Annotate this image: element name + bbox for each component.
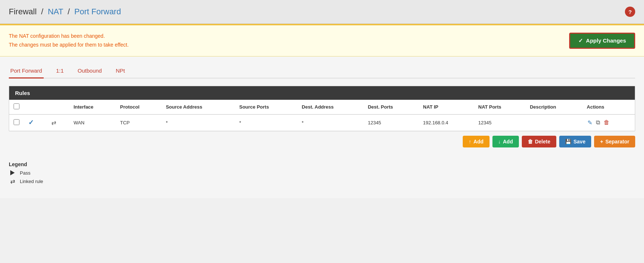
- select-all-checkbox[interactable]: [14, 103, 19, 109]
- tab-port-forward[interactable]: Port Forward: [9, 64, 44, 78]
- tab-1to1[interactable]: 1:1: [55, 64, 65, 78]
- delete-icon: 🗑: [528, 139, 533, 145]
- edit-rule-icon[interactable]: ✎: [587, 118, 593, 127]
- breadcrumb-part1: Firewall: [9, 7, 37, 16]
- breadcrumb-sep2: /: [68, 7, 70, 16]
- save-label: Save: [574, 139, 586, 145]
- add-top-icon: ↑: [469, 139, 471, 145]
- header-dest-ports: Dest. Ports: [363, 100, 418, 114]
- delete-button[interactable]: 🗑 Delete: [522, 136, 556, 147]
- row-dest-address: *: [297, 114, 363, 131]
- rules-table: Interface Protocol Source Address Source…: [9, 100, 635, 131]
- row-nat-ip: 192.168.0.4: [419, 114, 474, 131]
- action-icons: ✎ ⧉ 🗑: [587, 118, 630, 127]
- row-nat-ports: 12345: [474, 114, 525, 131]
- header-enabled: [24, 100, 47, 114]
- add-bottom-icon: ↓: [498, 139, 501, 145]
- delete-label: Delete: [535, 139, 550, 145]
- separator-icon: +: [600, 139, 603, 145]
- header-source-address: Source Address: [161, 100, 235, 114]
- help-icon[interactable]: ?: [625, 7, 635, 17]
- add-bottom-label: Add: [503, 139, 513, 145]
- alert-line2: The changes must be applied for them to …: [9, 41, 129, 50]
- rules-container: Rules Interface Protocol Source Address …: [9, 86, 635, 131]
- row-interface: WAN: [69, 114, 116, 131]
- row-checkbox-cell: [9, 114, 24, 131]
- legend-linked-label: Linked rule: [20, 179, 43, 184]
- tab-npt[interactable]: NPt: [114, 64, 126, 78]
- legend-item-pass: Pass: [9, 170, 635, 176]
- action-bar: ↑ Add ↓ Add 🗑 Delete 💾 Save + Separator: [9, 131, 635, 149]
- enabled-checkmark-icon: ✓: [28, 119, 34, 126]
- breadcrumb-nat-link[interactable]: NAT: [48, 7, 63, 16]
- main-content: Port Forward 1:1 Outbound NPt Rules Inte…: [0, 56, 644, 198]
- save-button[interactable]: 💾 Save: [559, 136, 592, 147]
- legend-title: Legend: [9, 161, 635, 167]
- apply-changes-button[interactable]: ✓ Apply Changes: [569, 33, 635, 49]
- shuffle-icon: ⇄: [51, 120, 56, 126]
- row-actions-cell: ✎ ⧉ 🗑: [582, 114, 635, 131]
- pass-icon: [9, 170, 16, 175]
- breadcrumb-sep1: /: [41, 7, 43, 16]
- header-dest-address: Dest. Address: [297, 100, 363, 114]
- add-top-button[interactable]: ↑ Add: [463, 136, 489, 147]
- breadcrumb-portforward-link[interactable]: Port Forward: [74, 7, 121, 16]
- row-protocol: TCP: [116, 114, 161, 131]
- tab-outbound[interactable]: Outbound: [76, 64, 103, 78]
- legend-pass-label: Pass: [20, 170, 30, 176]
- header-interface: Interface: [69, 100, 116, 114]
- alert-banner: The NAT configuration has been changed. …: [0, 24, 644, 56]
- row-enabled-cell: ✓: [24, 114, 47, 131]
- copy-rule-icon[interactable]: ⧉: [595, 118, 601, 127]
- header-nat-ports: NAT Ports: [474, 100, 525, 114]
- header-actions: Actions: [582, 100, 635, 114]
- add-top-label: Add: [473, 139, 483, 145]
- header-checkbox-cell: [9, 100, 24, 114]
- rules-header: Rules: [9, 86, 635, 100]
- add-bottom-button[interactable]: ↓ Add: [492, 136, 519, 147]
- breadcrumb-bar: Firewall / NAT / Port Forward ?: [0, 0, 644, 24]
- legend-section: Legend Pass ⇄ Linked rule: [9, 158, 635, 191]
- breadcrumb: Firewall / NAT / Port Forward: [9, 7, 121, 17]
- row-description: [525, 114, 582, 131]
- alert-line1: The NAT configuration has been changed.: [9, 32, 129, 41]
- tabs: Port Forward 1:1 Outbound NPt: [9, 64, 635, 78]
- apply-changes-label: Apply Changes: [586, 37, 626, 44]
- header-nat-ip: NAT IP: [419, 100, 474, 114]
- header-source-ports: Source Ports: [235, 100, 297, 114]
- row-checkbox[interactable]: [14, 119, 19, 125]
- header-linked: [47, 100, 69, 114]
- separator-label: Separator: [605, 139, 629, 145]
- header-protocol: Protocol: [116, 100, 161, 114]
- row-source-address: *: [161, 114, 235, 131]
- row-source-ports: *: [235, 114, 297, 131]
- save-icon: 💾: [565, 139, 571, 145]
- linked-rule-icon: ⇄: [9, 178, 16, 185]
- alert-text: The NAT configuration has been changed. …: [9, 32, 129, 50]
- separator-button[interactable]: + Separator: [594, 136, 635, 147]
- row-dest-ports: 12345: [363, 114, 418, 131]
- table-row: ✓ ⇄ WAN TCP * * * 12345 192.168.0.4 1234…: [9, 114, 635, 131]
- row-linked-cell: ⇄: [47, 114, 69, 131]
- checkmark-icon: ✓: [578, 37, 583, 44]
- table-header-row: Interface Protocol Source Address Source…: [9, 100, 635, 114]
- header-description: Description: [525, 100, 582, 114]
- delete-rule-icon[interactable]: 🗑: [603, 118, 610, 127]
- legend-item-linked: ⇄ Linked rule: [9, 178, 635, 185]
